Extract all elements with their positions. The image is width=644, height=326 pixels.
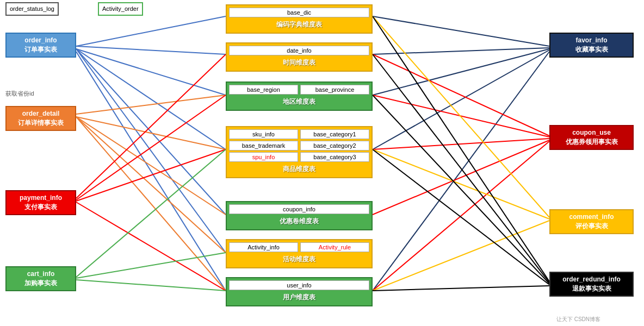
comment-info-subtitle: 评价事实表 xyxy=(555,222,628,231)
base-cat1-cell: base_category1 xyxy=(300,129,369,139)
svg-line-18 xyxy=(76,280,226,291)
order-detail-subtitle: 订单详情事实表 xyxy=(11,118,71,128)
dim-user: user_info 用户维度表 xyxy=(226,277,373,306)
svg-line-31 xyxy=(373,221,549,291)
activity-order-label: Activity_order xyxy=(102,5,139,12)
activity-info-cell: Activity_info xyxy=(229,242,298,252)
base-dic-cell: base_dic xyxy=(229,8,369,17)
date-info-cell: date_info xyxy=(229,46,369,55)
activity-label: 活动维度表 xyxy=(229,254,369,265)
order-detail-node: order_detail 订单详情事实表 xyxy=(5,106,76,131)
svg-line-13 xyxy=(76,95,226,200)
dim-sku: sku_info base_category1 base_trademark b… xyxy=(226,126,373,178)
svg-line-23 xyxy=(373,52,549,291)
svg-line-28 xyxy=(373,141,549,291)
svg-line-29 xyxy=(373,16,549,217)
favor-info-subtitle: 收藏事实表 xyxy=(555,45,628,54)
svg-line-4 xyxy=(76,49,226,215)
svg-line-35 xyxy=(373,149,549,285)
activity-rule-cell: Activity_rule xyxy=(300,242,369,252)
base-cat2-cell: base_category2 xyxy=(300,141,369,151)
coupon-info-cell: coupon_info xyxy=(229,204,369,214)
svg-line-20 xyxy=(373,48,549,54)
cart-info-title: cart_info xyxy=(11,269,71,279)
base-dic-label: 编码字典维度表 xyxy=(229,19,369,30)
svg-line-27 xyxy=(373,140,549,215)
base-cat3-cell: base_category3 xyxy=(300,152,369,162)
svg-line-14 xyxy=(76,149,226,201)
activity-order-node: Activity_order xyxy=(98,2,143,16)
coupon-use-subtitle: 优惠券领用事实表 xyxy=(555,137,628,147)
user-info-cell: user_info xyxy=(229,280,369,290)
svg-line-15 xyxy=(76,202,226,291)
svg-line-12 xyxy=(76,54,226,198)
svg-line-5 xyxy=(76,49,226,253)
svg-line-1 xyxy=(76,46,226,54)
svg-line-25 xyxy=(373,95,549,137)
order-info-title: order_info xyxy=(11,36,71,45)
payment-info-title: payment_info xyxy=(11,193,71,203)
order-status-log-node: order_status_log xyxy=(5,2,59,16)
svg-line-24 xyxy=(373,54,549,136)
svg-line-33 xyxy=(373,54,549,283)
svg-line-3 xyxy=(76,49,226,149)
user-label: 用户维度表 xyxy=(229,292,369,303)
comment-info-node: comment_info 评价事实表 xyxy=(549,209,634,234)
order-info-subtitle: 订单事实表 xyxy=(11,45,71,54)
favor-info-title: favor_info xyxy=(555,36,628,45)
svg-line-26 xyxy=(373,139,549,149)
base-trademark-cell: base_trademark xyxy=(229,141,298,151)
coupon-use-node: coupon_use 优惠券领用事实表 xyxy=(549,125,634,150)
payment-info-subtitle: 支付事实表 xyxy=(11,203,71,212)
sku-label: 商品维度表 xyxy=(229,164,369,175)
coupon-label: 优惠卷维度表 xyxy=(229,216,369,227)
order-redund-info-node: order_redund_info 退款事实实表 xyxy=(549,272,634,297)
svg-line-21 xyxy=(373,49,549,95)
dim-base-dic: base_dic 编码字典维度表 xyxy=(226,4,373,34)
svg-line-8 xyxy=(76,117,226,149)
order-info-node: order_info 订单事实表 xyxy=(5,33,76,58)
svg-line-17 xyxy=(76,253,226,278)
order-detail-title: order_detail xyxy=(11,109,71,118)
svg-line-36 xyxy=(373,286,549,291)
order-redund-info-subtitle: 退款事实实表 xyxy=(555,284,628,293)
dim-activity: Activity_info Activity_rule 活动维度表 xyxy=(226,239,373,268)
svg-line-0 xyxy=(76,16,226,46)
comment-info-title: comment_info xyxy=(555,212,628,222)
cart-info-node: cart_info 加购事实表 xyxy=(5,266,76,291)
region-label: 地区维度表 xyxy=(229,96,369,108)
order-redund-info-title: order_redund_info xyxy=(555,275,628,284)
sku-info-cell: sku_info xyxy=(229,129,298,139)
svg-line-9 xyxy=(76,117,226,215)
svg-line-10 xyxy=(76,117,226,253)
base-province-cell: base_province xyxy=(300,85,369,95)
svg-line-11 xyxy=(76,117,226,291)
svg-line-6 xyxy=(76,52,226,291)
svg-line-19 xyxy=(373,16,549,46)
base-region-cell: base_region xyxy=(229,85,298,95)
svg-line-34 xyxy=(373,95,549,284)
svg-line-2 xyxy=(76,49,226,95)
svg-line-7 xyxy=(76,95,226,114)
date-info-label: 时间维度表 xyxy=(229,57,369,68)
favor-info-node: favor_info 收藏事实表 xyxy=(549,33,634,58)
svg-line-32 xyxy=(373,16,549,281)
dim-date-info: date_info 时间维度表 xyxy=(226,42,373,72)
svg-line-30 xyxy=(373,149,549,219)
get-province-label: 获取省份id xyxy=(5,90,34,98)
cart-info-subtitle: 加购事实表 xyxy=(11,279,71,288)
dim-region: base_region base_province 地区维度表 xyxy=(226,82,373,111)
diagram-container: order_status_log Activity_order order_in… xyxy=(0,0,644,326)
payment-info-node: payment_info 支付事实表 xyxy=(5,190,76,215)
order-status-log-label: order_status_log xyxy=(10,5,54,12)
spu-info-cell: spu_info xyxy=(229,152,298,162)
svg-line-22 xyxy=(373,50,549,149)
dim-coupon: coupon_info 优惠卷维度表 xyxy=(226,201,373,230)
coupon-use-title: coupon_use xyxy=(555,128,628,137)
svg-line-16 xyxy=(76,149,226,277)
watermark: 让天下 CSDN博客 xyxy=(556,316,600,323)
